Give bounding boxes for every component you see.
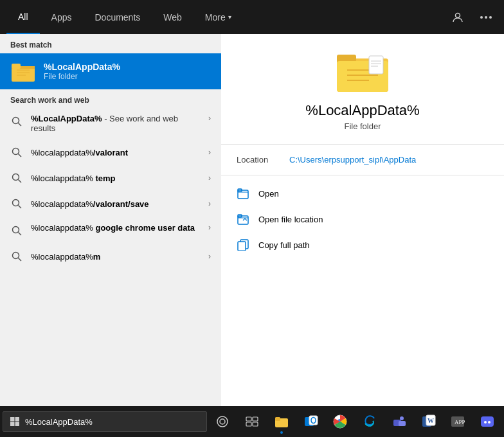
tab-documents[interactable]: Documents (83, 0, 152, 34)
search-icon (10, 115, 23, 128)
svg-rect-28 (369, 56, 383, 74)
unknown-app-button[interactable]: APP (444, 407, 473, 436)
discord-button[interactable] (473, 407, 501, 436)
tab-apps[interactable]: Apps (40, 0, 84, 34)
open-file-location-action[interactable]: Open file location (221, 206, 504, 232)
list-item[interactable]: %localappdata% temp › (0, 165, 221, 191)
svg-point-2 (485, 16, 487, 19)
chevron-right-icon: › (208, 114, 211, 123)
svg-rect-39 (15, 417, 20, 422)
chevron-right-icon: › (208, 148, 211, 157)
search-item-text: %localappdata% temp (31, 174, 201, 183)
svg-point-42 (217, 416, 228, 427)
svg-point-16 (13, 200, 19, 206)
svg-point-56 (400, 416, 404, 420)
svg-point-10 (13, 118, 19, 124)
open-action[interactable]: Open (221, 181, 504, 206)
main-content: Best match %LocalAppData% File folder Se… (0, 34, 504, 406)
tab-all[interactable]: All (6, 0, 40, 34)
svg-line-17 (19, 206, 22, 209)
copy-path-action[interactable]: Copy full path (221, 232, 504, 258)
left-panel: Best match %LocalAppData% File folder Se… (0, 34, 221, 406)
svg-point-3 (489, 16, 492, 19)
folder-icon-large (337, 47, 388, 92)
svg-rect-41 (15, 422, 20, 427)
edge-button[interactable] (356, 407, 384, 436)
svg-rect-40 (10, 422, 15, 427)
taskbar-search-input[interactable] (25, 417, 200, 427)
search-icon (10, 224, 23, 237)
list-item[interactable]: %localappdata%/valorant/save › (0, 191, 221, 217)
outlook-button[interactable] (297, 407, 325, 436)
svg-text:W: W (428, 417, 434, 424)
search-icon (10, 197, 23, 210)
file-explorer-button[interactable] (267, 407, 296, 436)
svg-rect-6 (12, 64, 21, 69)
divider2 (221, 175, 504, 175)
chevron-right-icon: › (208, 252, 211, 261)
search-item-text: %localappdata%/valorant/save (31, 199, 201, 209)
open-label: Open (258, 189, 279, 199)
task-view-button[interactable] (238, 407, 266, 436)
svg-rect-57 (399, 421, 406, 426)
result-subtitle: File folder (344, 121, 381, 131)
top-nav: All Apps Documents Web More ▾ (0, 0, 504, 34)
chrome-button[interactable] (326, 407, 354, 436)
list-item[interactable]: %LocalAppData% - See work and web result… (0, 107, 221, 139)
list-item[interactable]: %localappdata% google chrome user data › (0, 217, 221, 244)
best-match-item[interactable]: %LocalAppData% File folder (0, 53, 221, 89)
svg-point-14 (13, 174, 19, 181)
svg-rect-46 (246, 422, 251, 426)
svg-point-65 (488, 421, 491, 424)
best-match-text: %LocalAppData% File folder (44, 62, 120, 81)
copy-path-icon (237, 238, 249, 251)
svg-line-21 (19, 258, 22, 262)
copy-path-label: Copy full path (258, 240, 310, 250)
search-item-text: %localappdata%/valorant (31, 148, 201, 157)
word-button[interactable]: W (415, 407, 443, 436)
search-section-label: Search work and web (0, 89, 221, 107)
svg-point-0 (456, 13, 460, 17)
tab-more[interactable]: More ▾ (194, 0, 243, 34)
right-panel: %LocalAppData% File folder Location C:\U… (221, 34, 504, 406)
list-item[interactable]: %localappdata%m › (0, 244, 221, 269)
more-options-button[interactable] (474, 6, 498, 29)
list-item[interactable]: %localappdata%/valorant › (0, 139, 221, 165)
best-match-label: Best match (0, 34, 221, 53)
cortana-button[interactable] (208, 407, 237, 436)
svg-line-13 (19, 154, 22, 157)
search-item-text: %localappdata% google chrome user data (31, 223, 201, 233)
nav-icons (446, 6, 498, 29)
svg-line-15 (19, 180, 22, 183)
open-icon (237, 187, 249, 200)
svg-rect-47 (253, 422, 258, 426)
search-item-text: %LocalAppData% - See work and web result… (31, 114, 201, 133)
folder-icon-small (10, 58, 36, 84)
person-icon-button[interactable] (446, 6, 469, 29)
svg-point-20 (13, 253, 19, 259)
chevron-right-icon: › (208, 223, 211, 232)
taskbar-search[interactable] (3, 411, 207, 432)
svg-rect-38 (10, 417, 15, 422)
taskbar: W APP (0, 406, 504, 437)
result-title: %LocalAppData% (305, 102, 419, 119)
open-file-location-icon (237, 213, 249, 226)
svg-rect-49 (275, 417, 280, 421)
svg-line-19 (19, 233, 22, 236)
search-icon (10, 146, 23, 159)
location-label: Location (237, 155, 282, 165)
location-row: Location C:\Users\erpsupport_sipl\AppDat… (221, 155, 504, 175)
chevron-down-icon: ▾ (228, 13, 231, 21)
search-icon (10, 250, 23, 263)
tab-web[interactable]: Web (152, 0, 194, 34)
svg-rect-45 (253, 417, 258, 421)
divider (221, 144, 504, 145)
svg-point-18 (13, 227, 19, 233)
open-file-location-label: Open file location (258, 215, 323, 224)
location-path[interactable]: C:\Users\erpsupport_sipl\AppData (289, 155, 416, 165)
search-item-text: %localappdata%m (31, 252, 201, 262)
taskbar-windows-icon (10, 416, 20, 427)
teams-button[interactable] (385, 407, 413, 436)
chevron-right-icon: › (208, 174, 211, 183)
svg-rect-37 (238, 242, 246, 251)
